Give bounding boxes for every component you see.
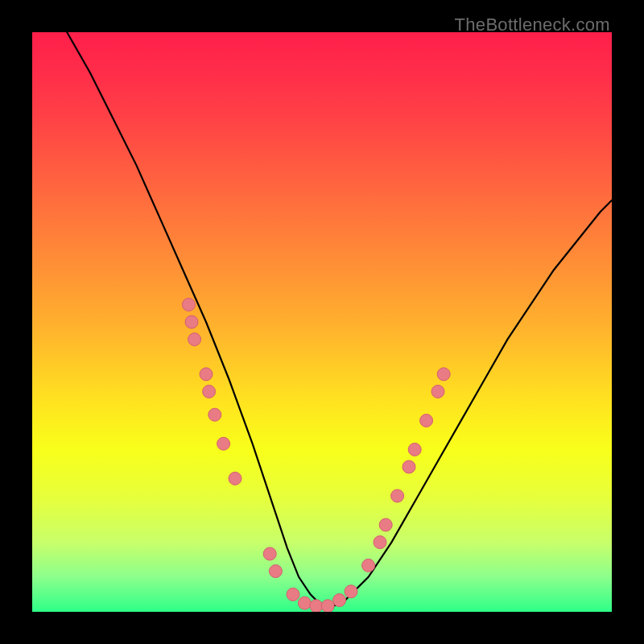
data-point	[345, 585, 357, 598]
chart-frame: TheBottleneck.com	[0, 0, 644, 644]
data-point	[391, 489, 404, 502]
data-point	[408, 443, 421, 456]
data-point	[431, 385, 444, 398]
data-point	[379, 518, 392, 531]
data-point	[310, 600, 323, 612]
data-point	[217, 437, 230, 450]
data-point	[402, 460, 415, 473]
data-point	[208, 408, 221, 421]
data-point	[298, 597, 311, 609]
data-point	[263, 547, 276, 560]
data-point	[182, 298, 195, 311]
bottleneck-curve	[67, 32, 612, 606]
data-point	[287, 588, 299, 601]
data-point	[200, 368, 213, 381]
data-point	[185, 316, 198, 328]
data-point	[229, 472, 242, 485]
data-point	[333, 594, 346, 607]
data-points-group	[182, 298, 450, 612]
data-point	[437, 368, 450, 381]
data-point	[269, 565, 282, 578]
data-point	[203, 385, 216, 398]
data-point	[374, 536, 386, 549]
data-point	[420, 414, 433, 427]
data-point	[188, 333, 201, 346]
data-point	[362, 559, 375, 572]
chart-svg	[32, 32, 612, 612]
data-point	[321, 600, 334, 612]
